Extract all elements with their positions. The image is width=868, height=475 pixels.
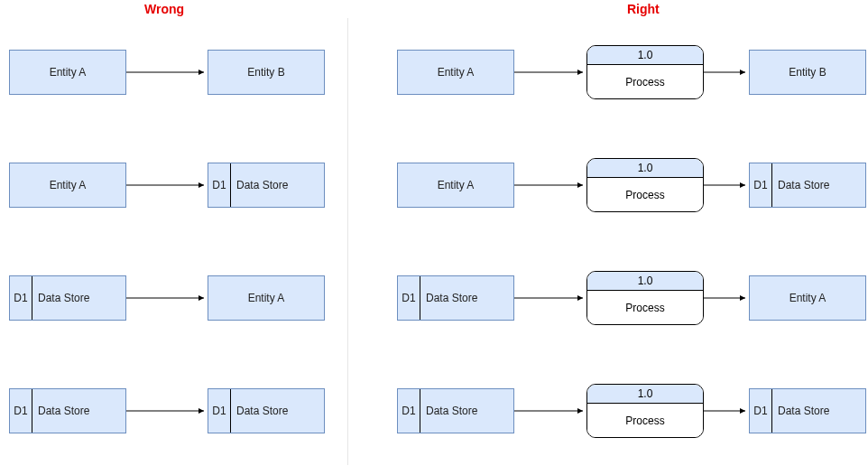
entity-a: Entity A [9, 50, 126, 95]
data-store: D1 Data Store [749, 388, 866, 433]
data-store: D1 Data Store [397, 388, 514, 433]
process: 1.0 Process [586, 384, 704, 438]
data-store-id: D1 [398, 389, 420, 433]
data-store: D1 Data Store [749, 163, 866, 208]
data-store: D1 Data Store [397, 275, 514, 321]
process-id: 1.0 [587, 159, 703, 178]
data-store-id: D1 [750, 389, 772, 433]
data-store-label: Data Store [32, 276, 125, 320]
data-store-label: Data Store [231, 389, 324, 433]
process-label: Process [587, 178, 703, 211]
data-store-label: Data Store [231, 163, 324, 207]
process: 1.0 Process [586, 271, 704, 325]
entity-a: Entity A [749, 275, 866, 321]
data-store-label: Data Store [420, 389, 513, 433]
data-store-label: Data Store [32, 389, 125, 433]
header-wrong: Wrong [144, 2, 184, 16]
process-label: Process [587, 291, 703, 324]
data-store-id: D1 [208, 389, 231, 433]
data-store-id: D1 [398, 276, 420, 320]
entity-a: Entity A [208, 275, 325, 321]
data-store-label: Data Store [420, 276, 513, 320]
column-divider [347, 18, 348, 465]
entity-a: Entity A [9, 163, 126, 208]
data-store: D1 Data Store [208, 163, 325, 208]
process-id: 1.0 [587, 272, 703, 291]
entity-b: Entity B [208, 50, 325, 95]
data-store: D1 Data Store [9, 275, 126, 321]
data-store-id: D1 [208, 163, 231, 207]
diagram-canvas: Wrong Right Entity A Entity B Entity A D… [0, 0, 868, 475]
data-store: D1 Data Store [208, 388, 325, 433]
process-label: Process [587, 404, 703, 437]
process: 1.0 Process [586, 45, 704, 99]
data-store-label: Data Store [772, 389, 865, 433]
process-label: Process [587, 65, 703, 98]
entity-b: Entity B [749, 50, 866, 95]
entity-a: Entity A [397, 50, 514, 95]
data-store-id: D1 [750, 163, 772, 207]
process-id: 1.0 [587, 385, 703, 404]
header-right: Right [627, 2, 660, 16]
data-store: D1 Data Store [9, 388, 126, 433]
data-store-label: Data Store [772, 163, 865, 207]
data-store-id: D1 [10, 389, 32, 433]
process-id: 1.0 [587, 46, 703, 65]
process: 1.0 Process [586, 158, 704, 212]
entity-a: Entity A [397, 163, 514, 208]
data-store-id: D1 [10, 276, 32, 320]
